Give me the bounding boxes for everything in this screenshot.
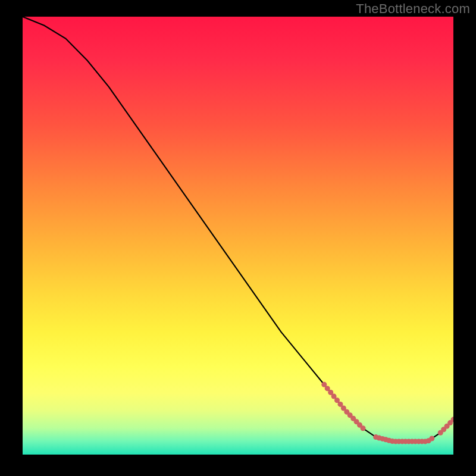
chart-container: TheBottleneck.com <box>0 0 476 476</box>
curve-svg <box>23 17 453 455</box>
dot <box>361 425 366 431</box>
watermark-text: TheBottleneck.com <box>356 1 470 17</box>
main-curve <box>23 17 453 441</box>
dot <box>429 436 434 441</box>
plot-area <box>23 17 453 455</box>
dotted-overlay <box>321 382 453 444</box>
